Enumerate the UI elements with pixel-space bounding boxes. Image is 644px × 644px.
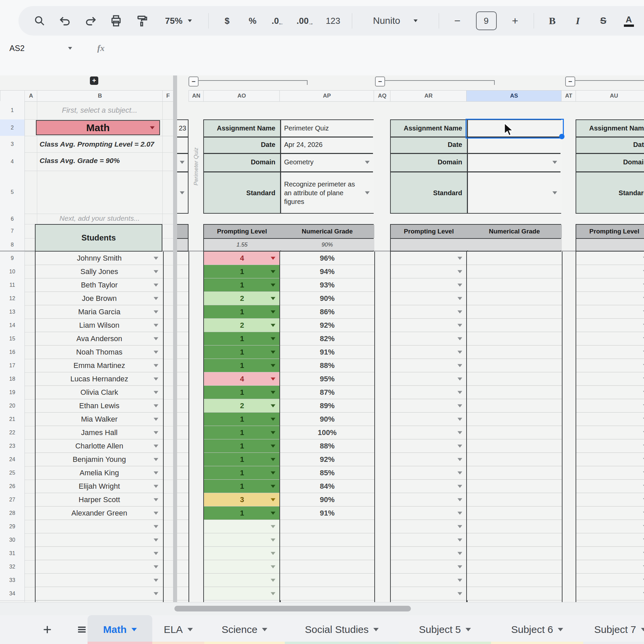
prompting-level-cell-empty[interactable] xyxy=(576,520,644,533)
partial-cell[interactable] xyxy=(177,547,189,560)
prompting-level-cell[interactable]: 1 xyxy=(204,439,280,453)
prompting-level-cell-empty[interactable] xyxy=(576,506,644,520)
zoom-select[interactable]: 75% xyxy=(160,12,197,30)
numerical-grade-cell-empty[interactable] xyxy=(467,372,562,386)
prompting-level-cell-empty[interactable] xyxy=(391,345,467,359)
student-name-cell[interactable]: Liam Wilson xyxy=(36,319,163,332)
row-header-26[interactable]: 26 xyxy=(0,480,25,493)
column-header-AO[interactable]: AO xyxy=(203,90,280,102)
assignment2-domain-cell[interactable] xyxy=(467,153,562,171)
assignment-name-label[interactable]: Assignment Name xyxy=(204,120,280,137)
numerical-grade-cell-empty[interactable] xyxy=(467,560,562,574)
partial-cell[interactable] xyxy=(177,278,189,292)
prompting-level-cell-empty[interactable] xyxy=(391,560,467,574)
column-header-B[interactable]: B xyxy=(37,90,163,102)
date-label[interactable]: Date xyxy=(204,137,280,153)
prompting-level-cell-empty[interactable] xyxy=(391,493,467,506)
tab-ela[interactable]: ELA xyxy=(152,615,204,644)
prompting-level-cell-empty[interactable] xyxy=(391,278,467,292)
numerical-grade-cell-empty[interactable] xyxy=(467,305,562,319)
partial-cell[interactable] xyxy=(177,439,189,453)
numerical-grade-cell[interactable]: 84% xyxy=(280,480,374,493)
row-header-16[interactable]: 16 xyxy=(0,345,25,359)
partial-cell[interactable] xyxy=(177,252,189,265)
class-prompting-avg-cell[interactable]: 1.55 xyxy=(204,239,280,251)
student-name-cell[interactable]: Mia Walker xyxy=(36,413,163,426)
column-header-F[interactable]: F xyxy=(162,90,174,102)
numerical-grade-cell-empty[interactable] xyxy=(467,574,562,587)
fx-icon[interactable]: fx xyxy=(97,43,105,53)
row-header-1[interactable]: 1 xyxy=(0,101,25,120)
numerical-grade-cell-empty[interactable] xyxy=(467,493,562,506)
numerical-grade-cell[interactable]: 100% xyxy=(280,426,374,439)
numerical-grade-cell-empty[interactable] xyxy=(467,292,562,305)
prompting-level-cell-empty[interactable] xyxy=(391,574,467,587)
numerical-grade-cell[interactable]: 90% xyxy=(280,413,374,426)
tab-math[interactable]: Math xyxy=(88,615,152,644)
prompting-level-cell[interactable]: 1 xyxy=(204,386,280,399)
prompting-level-cell-empty[interactable] xyxy=(576,305,644,319)
numerical-grade-cell-empty[interactable] xyxy=(467,520,562,533)
row-header-17[interactable]: 17 xyxy=(0,359,25,373)
prompting-level-header[interactable]: Prompting Level xyxy=(576,225,644,238)
prompting-level-header[interactable]: Prompting Level xyxy=(204,225,280,238)
prompting-level-cell-empty[interactable] xyxy=(576,547,644,560)
row-header-33[interactable]: 33 xyxy=(0,574,25,587)
prompting-level-cell[interactable]: 4 xyxy=(204,372,280,386)
row-header-12[interactable]: 12 xyxy=(0,292,25,306)
partial-cell[interactable] xyxy=(177,359,189,372)
row-header-6[interactable]: 6 xyxy=(0,214,25,224)
date-label[interactable]: Date xyxy=(576,137,644,153)
prompting-level-cell[interactable] xyxy=(204,547,280,560)
row-header-32[interactable]: 32 xyxy=(0,560,25,574)
column-header-AU[interactable]: AU xyxy=(576,90,644,102)
row-header-10[interactable]: 10 xyxy=(0,265,25,279)
frozen-column-divider[interactable] xyxy=(173,75,177,602)
collapse-group-button[interactable]: − xyxy=(565,76,575,87)
student-name-cell[interactable]: Harper Scott xyxy=(36,493,163,506)
numerical-grade-cell[interactable]: 95% xyxy=(280,372,374,386)
hint-add-students[interactable]: Next, add your students... xyxy=(37,212,162,224)
prompting-level-cell-empty[interactable] xyxy=(576,359,644,372)
partial-cell[interactable] xyxy=(177,560,189,574)
prompting-level-cell-empty[interactable] xyxy=(391,520,467,533)
partial-cell[interactable] xyxy=(177,587,189,600)
prompting-level-cell[interactable]: 1 xyxy=(204,278,280,292)
decrease-decimals-button[interactable]: .0← xyxy=(271,12,285,30)
column-header-AQ[interactable]: AQ xyxy=(374,90,391,102)
partial-cell[interactable] xyxy=(177,520,189,533)
prompting-level-cell-empty[interactable] xyxy=(391,399,467,413)
row-header-7[interactable]: 7 xyxy=(0,224,25,238)
numerical-grade-cell[interactable]: 94% xyxy=(280,265,374,278)
student-name-cell[interactable] xyxy=(36,533,163,547)
assignment2-standard-cell[interactable] xyxy=(467,171,562,214)
assignment2-date-cell[interactable] xyxy=(467,137,562,153)
student-name-cell[interactable]: Sally Jones xyxy=(36,265,163,278)
row-header-23[interactable]: 23 xyxy=(0,439,25,453)
numerical-grade-cell-empty[interactable] xyxy=(467,399,562,413)
prompting-level-cell[interactable] xyxy=(204,587,280,600)
prompting-level-cell-empty[interactable] xyxy=(576,345,644,359)
prompting-level-cell[interactable]: 1 xyxy=(204,480,280,493)
prompting-level-cell-empty[interactable] xyxy=(576,426,644,439)
prompting-level-cell-empty[interactable] xyxy=(576,372,644,386)
undo-button[interactable] xyxy=(58,12,72,30)
prompting-level-cell-empty[interactable] xyxy=(576,560,644,574)
numerical-grade-cell[interactable]: 90% xyxy=(280,292,374,305)
numerical-grade-cell-empty[interactable] xyxy=(467,453,562,466)
collapse-group-button[interactable]: − xyxy=(189,76,199,87)
student-name-cell[interactable]: Joe Brown xyxy=(36,292,163,305)
standard-label[interactable]: Standard xyxy=(204,171,280,214)
class-avg-prompting[interactable]: Class Avg. Prompting Level = 2.07 xyxy=(40,136,162,152)
numerical-grade-cell[interactable]: 86% xyxy=(280,305,374,319)
numerical-grade-cell[interactable]: 85% xyxy=(280,466,374,480)
prompting-level-cell[interactable] xyxy=(204,560,280,574)
tab-science[interactable]: Science xyxy=(204,615,285,644)
prompting-level-cell[interactable]: 1 xyxy=(204,426,280,439)
prompting-level-cell-empty[interactable] xyxy=(391,319,467,332)
prompting-level-cell[interactable] xyxy=(204,520,280,533)
paint-format-button[interactable] xyxy=(135,12,149,30)
assignment1-name-cell[interactable]: Perimeter Quiz xyxy=(280,120,374,137)
numerical-grade-cell[interactable] xyxy=(280,574,374,587)
prompting-level-cell-empty[interactable] xyxy=(576,533,644,547)
